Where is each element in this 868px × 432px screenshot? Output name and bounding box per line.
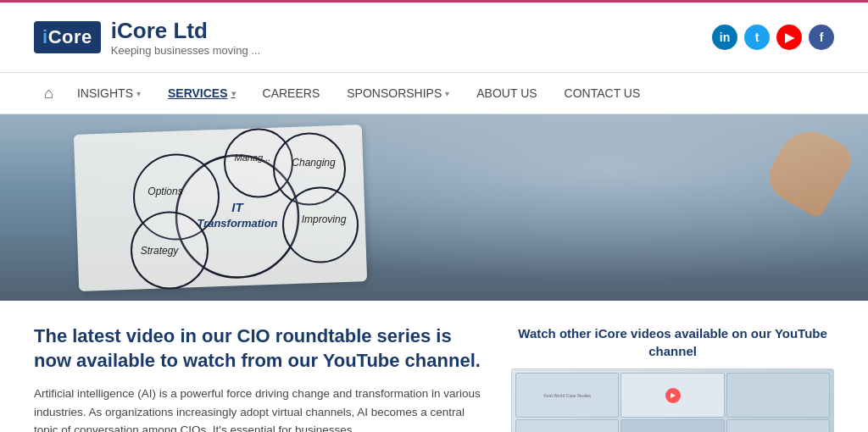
nav-link-services[interactable]: SERVICES ▾ xyxy=(154,73,249,114)
dropdown-arrow-insights: ▾ xyxy=(136,89,141,98)
sidebar-heading: Watch other iCore videos available on ou… xyxy=(511,324,834,360)
svg-text:Strategy: Strategy xyxy=(141,245,180,257)
site-subtitle: Keeping businesses moving ... xyxy=(111,44,260,57)
dropdown-arrow-sponsorships: ▾ xyxy=(445,89,449,98)
play-button[interactable]: ▶ xyxy=(665,388,681,403)
video-thumbnail[interactable]: Real-World Case Studies ▶ ‹ › xyxy=(511,368,834,432)
main-nav: ⌂ INSIGHTS ▾ SERVICES ▾ CAREERS SPONSORS… xyxy=(0,72,868,114)
site-header: iCore iCore Ltd Keeping businesses movin… xyxy=(0,3,868,72)
content-heading: The latest video in our CIO roundtable s… xyxy=(34,324,486,373)
svg-point-5 xyxy=(283,188,358,263)
svg-text:Changing: Changing xyxy=(292,157,336,169)
thumb-cell-4 xyxy=(515,419,619,432)
thumb-cell-1: Real-World Case Studies xyxy=(515,373,619,418)
nav-link-about[interactable]: ABOUT US xyxy=(463,73,550,114)
content-body: Artificial intelligence (AI) is a powerf… xyxy=(34,385,486,432)
svg-text:Transformation: Transformation xyxy=(197,217,277,230)
facebook-icon[interactable]: f xyxy=(809,25,834,50)
nav-item-careers[interactable]: CAREERS xyxy=(249,73,334,114)
twitter-icon[interactable]: t xyxy=(744,25,770,50)
nav-item-sponsorships[interactable]: SPONSORSHIPS ▾ xyxy=(333,73,463,114)
site-title: iCore Ltd xyxy=(111,18,260,44)
main-content: The latest video in our CIO roundtable s… xyxy=(34,324,486,432)
logo-text: iCore Ltd Keeping businesses moving ... xyxy=(111,18,260,57)
hero-section: IT Transformation Options Strategy Manag… xyxy=(0,114,868,301)
thumbnail-grid: Real-World Case Studies ▶ xyxy=(512,369,833,432)
youtube-icon[interactable]: ▶ xyxy=(776,25,802,50)
svg-text:IT: IT xyxy=(231,200,244,214)
social-icons-group: in t ▶ f xyxy=(712,25,834,50)
nav-item-about[interactable]: ABOUT US xyxy=(463,73,550,114)
thumb-cell-6 xyxy=(726,419,830,432)
nav-item-insights[interactable]: INSIGHTS ▾ xyxy=(64,73,154,114)
home-icon[interactable]: ⌂ xyxy=(34,71,64,115)
content-section: The latest video in our CIO roundtable s… xyxy=(0,301,868,432)
it-transformation-diagram: IT Transformation Options Strategy Manag… xyxy=(59,123,398,296)
logo-area: iCore iCore Ltd Keeping businesses movin… xyxy=(34,18,260,57)
nav-link-insights[interactable]: INSIGHTS ▾ xyxy=(64,73,154,114)
svg-text:Manag...: Manag... xyxy=(235,152,271,163)
logo-icon[interactable]: iCore xyxy=(34,21,101,53)
svg-text:Options: Options xyxy=(147,186,182,197)
nav-link-sponsorships[interactable]: SPONSORSHIPS ▾ xyxy=(333,73,463,114)
thumb-cell-play[interactable]: ▶ xyxy=(620,373,724,418)
nav-link-contact[interactable]: CONTACT US xyxy=(551,73,654,114)
nav-item-contact[interactable]: CONTACT US xyxy=(551,73,654,114)
svg-text:Improving: Improving xyxy=(302,213,347,225)
thumb-cell-5 xyxy=(620,419,724,432)
dropdown-arrow-services: ▾ xyxy=(231,89,236,98)
nav-link-careers[interactable]: CAREERS xyxy=(249,73,334,114)
nav-item-services[interactable]: SERVICES ▾ xyxy=(154,73,249,114)
thumb-cell-3 xyxy=(726,373,830,418)
nav-item-home[interactable]: ⌂ xyxy=(34,85,64,102)
linkedin-icon[interactable]: in xyxy=(712,25,737,50)
sidebar-content: Watch other iCore videos available on ou… xyxy=(511,324,834,432)
